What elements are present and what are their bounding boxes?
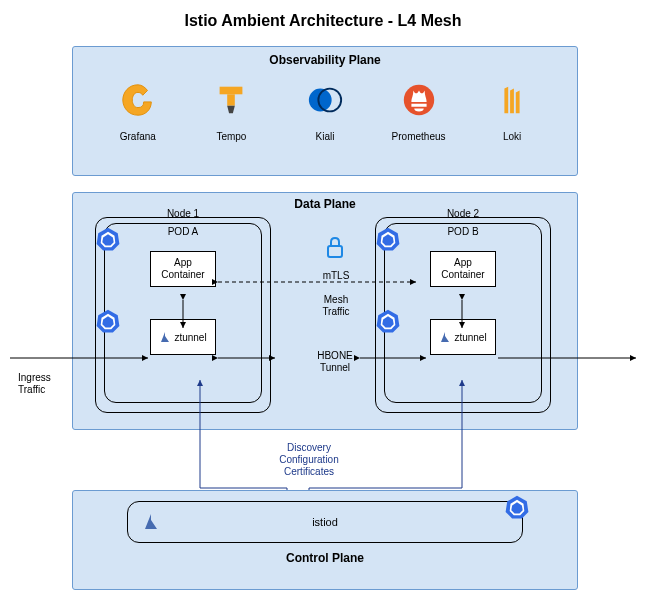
k8s-icon bbox=[375, 308, 401, 334]
svg-point-2 bbox=[309, 89, 332, 112]
k8s-icon bbox=[95, 226, 121, 252]
svg-rect-1 bbox=[228, 94, 236, 105]
ztunnel: ztunnel bbox=[430, 319, 496, 355]
istio-icon bbox=[439, 330, 451, 344]
ingress-label: Ingress Traffic bbox=[18, 372, 68, 396]
node-title: Node 2 bbox=[384, 208, 542, 219]
k8s-icon bbox=[375, 226, 401, 252]
obs-grafana: Grafana bbox=[102, 81, 174, 142]
k8s-icon bbox=[95, 308, 121, 334]
pod-title: POD A bbox=[111, 226, 255, 237]
istiod-box: istiod bbox=[127, 501, 523, 543]
k8s-icon bbox=[504, 494, 530, 520]
loki-icon bbox=[493, 81, 531, 119]
obs-label: Tempo bbox=[195, 131, 267, 142]
obs-title: Observability Plane bbox=[73, 53, 577, 67]
prometheus-icon bbox=[400, 81, 438, 119]
obs-loki: Loki bbox=[476, 81, 548, 142]
svg-rect-0 bbox=[220, 87, 243, 95]
istio-icon bbox=[142, 512, 160, 532]
obs-label: Loki bbox=[476, 131, 548, 142]
mesh-label: Mesh Traffic bbox=[316, 294, 356, 318]
hbone-label: HBONE Tunnel bbox=[312, 350, 358, 374]
discovery-label: Discovery Configuration Certificates bbox=[269, 442, 349, 478]
app-container: App Container bbox=[150, 251, 216, 287]
obs-label: Kiali bbox=[289, 131, 361, 142]
app-container: App Container bbox=[430, 251, 496, 287]
node-1: Node 1 POD A App Container ztunnel bbox=[95, 217, 271, 413]
node-2: Node 2 POD B App Container ztunnel bbox=[375, 217, 551, 413]
obs-prometheus: Prometheus bbox=[383, 81, 455, 142]
tempo-icon bbox=[212, 81, 250, 119]
node-title: Node 1 bbox=[104, 208, 262, 219]
ztunnel: ztunnel bbox=[150, 319, 216, 355]
obs-tempo: Tempo bbox=[195, 81, 267, 142]
obs-label: Prometheus bbox=[383, 131, 455, 142]
grafana-icon bbox=[119, 81, 157, 119]
diagram-title: Istio Ambient Architecture - L4 Mesh bbox=[0, 0, 646, 30]
kiali-icon bbox=[306, 81, 344, 119]
control-title: Control Plane bbox=[73, 551, 577, 565]
pod-a: POD A App Container ztunnel bbox=[104, 223, 262, 403]
pod-title: POD B bbox=[391, 226, 535, 237]
obs-kiali: Kiali bbox=[289, 81, 361, 142]
observability-plane: Observability Plane Grafana Tempo Kiali … bbox=[72, 46, 578, 176]
mtls-label: mTLS bbox=[316, 270, 356, 281]
obs-label: Grafana bbox=[102, 131, 174, 142]
istio-icon bbox=[159, 330, 171, 344]
control-plane: istiod Control Plane bbox=[72, 490, 578, 590]
pod-b: POD B App Container ztunnel bbox=[384, 223, 542, 403]
